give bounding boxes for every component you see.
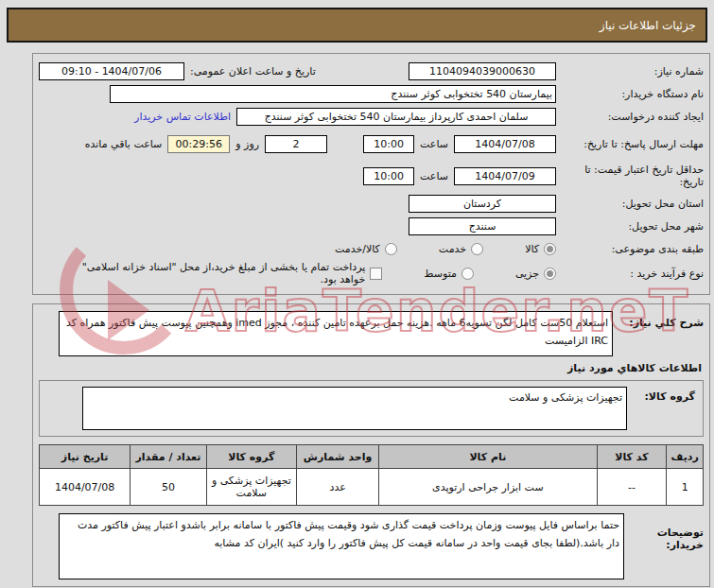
header-row-number: ردیف bbox=[667, 445, 704, 469]
header-count-unit: واحد شمارش bbox=[297, 445, 379, 469]
goods-group-field[interactable]: تجهیزات پزشکی و سلامت bbox=[82, 387, 627, 430]
checkbox-label: پرداخت تمام یا بخشی از مبلغ خرید،از محل … bbox=[75, 261, 365, 285]
radio-icon[interactable] bbox=[471, 243, 483, 255]
radio-label: کالا/خدمت bbox=[335, 243, 380, 255]
row-reply-deadline: مهلت ارسال پاسخ: تا تاریخ: 1404/07/08 سا… bbox=[39, 129, 704, 159]
need-description-textarea[interactable]: استعلام 50ست کامل لگن تسویه6 ماهه .هزینه… bbox=[59, 311, 613, 356]
price-validity-time-field[interactable]: 10:00 bbox=[363, 167, 414, 185]
items-table-header-row: ردیف کد کالا نام کالا واحد شمارش گروه کا… bbox=[40, 445, 704, 469]
cell-need-date: 1404/07/08 bbox=[40, 469, 131, 506]
need-info-panel: شماره نیاز: 1104094039000630 تاریخ و ساع… bbox=[32, 53, 710, 295]
checkbox-icon[interactable] bbox=[370, 268, 382, 280]
radio-option-medium[interactable]: متوسط bbox=[424, 268, 474, 280]
cell-quantity: 50 bbox=[131, 469, 206, 506]
reply-deadline-date-field[interactable]: 1404/07/08 bbox=[454, 135, 556, 153]
cell-row-number: 1 bbox=[667, 469, 704, 506]
reply-deadline-hour-label: ساعت bbox=[420, 138, 448, 150]
countdown-timer: 00:29:56 bbox=[167, 135, 230, 153]
radio-label: جزیی bbox=[515, 268, 539, 280]
radio-option-minor[interactable]: جزیی bbox=[515, 268, 556, 280]
request-creator-label: ایجاد کننده درخواست: bbox=[562, 111, 704, 123]
province-field[interactable]: کردستان bbox=[409, 195, 556, 213]
header-quantity: تعداد / مقدار bbox=[131, 445, 206, 469]
page-title: جزئیات اطلاعات نیاز bbox=[600, 19, 696, 32]
announce-datetime-field[interactable]: 1404/07/06 - 09:10 bbox=[39, 62, 184, 80]
row-need-description: شرح کلي نیاز: استعلام 50ست کامل لگن تسوی… bbox=[39, 311, 704, 356]
price-validity-hour-label: ساعت bbox=[420, 170, 448, 182]
goods-section-header: اطلاعات کالاهاي مورد نیاز bbox=[39, 362, 702, 374]
radio-option-goods[interactable]: کالا bbox=[525, 243, 556, 255]
radio-option-service[interactable]: خدمت bbox=[439, 243, 483, 255]
price-validity-label: حداقل تاریخ اعتبار قیمت: تا تاریخ: bbox=[562, 164, 704, 188]
radio-icon[interactable] bbox=[385, 243, 397, 255]
table-row: 1 -- ست ابزار جراحی ارتوپدی عدد تجهیزات … bbox=[40, 469, 704, 506]
request-creator-field[interactable]: سلمان احمدی کارپرداز بیمارستان 540 تختخو… bbox=[236, 108, 556, 126]
city-label: شهر محل تحویل: bbox=[562, 220, 704, 233]
page-title-bar: جزئیات اطلاعات نیاز bbox=[7, 8, 707, 43]
header-need-date: تاریخ نیاز bbox=[40, 445, 131, 469]
row-city: شهر محل تحویل: سنندج bbox=[39, 216, 704, 236]
radio-label: متوسط bbox=[424, 268, 457, 280]
header-item-name: نام کالا bbox=[379, 445, 597, 469]
row-province: استان محل تحویل: کردستان bbox=[39, 193, 704, 214]
buyer-notes-label: توضیحات خریدار: bbox=[630, 513, 704, 551]
goods-group-label: گروه کالا: bbox=[636, 387, 695, 403]
row-buyer-notes: توضیحات خریدار: حتما براساس فایل پیوست و… bbox=[39, 513, 704, 579]
header-item-group: گروه کالا bbox=[206, 445, 296, 469]
buyer-org-label: نام دستگاه خریدار: bbox=[562, 88, 704, 100]
province-label: استان محل تحویل: bbox=[562, 198, 704, 210]
subject-classification-label: طبقه بندی موضوعی: bbox=[562, 243, 704, 255]
hours-remaining-label: ساعت باقي مانده bbox=[85, 138, 163, 150]
remaining-days-field[interactable]: 2 bbox=[265, 135, 327, 153]
buyer-notes-textarea[interactable]: حتما براساس فایل پیوست وزمان پرداخت قیمت… bbox=[59, 513, 624, 579]
row-purchase-process-type: نوع فرآیند خرید : جزیی متوسط پرداخت تمام… bbox=[39, 261, 704, 285]
row-need-number: شماره نیاز: 1104094039000630 تاریخ و ساع… bbox=[39, 61, 704, 81]
price-validity-date-field[interactable]: 1404/07/09 bbox=[454, 167, 556, 185]
goods-info-panel: شرح کلي نیاز: استعلام 50ست کامل لگن تسوی… bbox=[32, 303, 710, 587]
reply-deadline-label: مهلت ارسال پاسخ: تا تاریخ: bbox=[562, 138, 704, 150]
need-details-page: { "titlebar": { "title": "جزئیات اطلاعات… bbox=[0, 0, 714, 588]
cell-item-code: -- bbox=[597, 469, 667, 506]
need-description-label: شرح کلي نیاز: bbox=[618, 311, 704, 329]
radio-icon[interactable] bbox=[461, 268, 474, 280]
radio-icon[interactable] bbox=[544, 268, 556, 280]
radio-icon[interactable] bbox=[544, 243, 556, 255]
city-field[interactable]: سنندج bbox=[409, 217, 556, 235]
header-item-code: کد کالا bbox=[597, 445, 667, 469]
goods-group-box: گروه کالا: تجهیزات پزشکی و سلامت bbox=[39, 380, 704, 437]
need-number-label: شماره نیاز: bbox=[562, 65, 704, 78]
buyer-org-field[interactable]: بیمارستان 540 تختخوابی کوثر سنندج bbox=[110, 85, 556, 103]
days-and-label: روز و bbox=[235, 138, 259, 150]
row-buyer-org: نام دستگاه خریدار: بیمارستان 540 تختخواب… bbox=[39, 83, 704, 104]
reply-deadline-time-field[interactable]: 10:00 bbox=[363, 135, 414, 153]
radio-option-goods-service[interactable]: کالا/خدمت bbox=[335, 243, 397, 255]
row-price-validity: حداقل تاریخ اعتبار قیمت: تا تاریخ: 1404/… bbox=[39, 161, 704, 191]
treasury-payment-checkbox[interactable]: پرداخت تمام یا بخشی از مبلغ خرید،از محل … bbox=[75, 261, 382, 285]
buyer-contact-link[interactable]: اطلاعات تماس خریدار bbox=[134, 111, 231, 123]
cell-item-group: تجهیزات پزشکی و سلامت bbox=[206, 469, 296, 506]
items-table: ردیف کد کالا نام کالا واحد شمارش گروه کا… bbox=[39, 444, 704, 506]
cell-item-name: ست ابزار جراحی ارتوپدی bbox=[379, 469, 597, 506]
row-subject-classification: طبقه بندی موضوعی: کالا خدمت کالا/خدمت bbox=[39, 238, 704, 259]
announce-datetime-label: تاریخ و ساعت اعلان عمومی: bbox=[190, 65, 316, 78]
radio-label: خدمت bbox=[439, 243, 466, 255]
row-request-creator: ایجاد کننده درخواست: سلمان احمدی کارپردا… bbox=[39, 106, 704, 127]
cell-count-unit: عدد bbox=[297, 469, 379, 506]
radio-label: کالا bbox=[525, 243, 539, 255]
purchase-process-label: نوع فرآیند خرید : bbox=[562, 268, 704, 280]
need-number-field[interactable]: 1104094039000630 bbox=[409, 62, 556, 80]
